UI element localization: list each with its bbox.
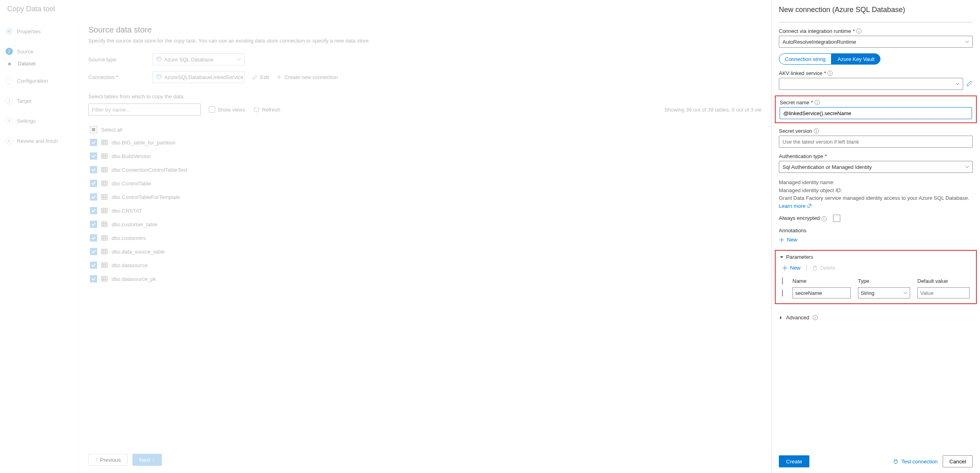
- info-icon[interactable]: i: [815, 100, 820, 105]
- table-checkbox[interactable]: [90, 234, 97, 242]
- delete-parameter-button: Delete: [812, 265, 835, 271]
- table-row[interactable]: dbo.ControlTable: [88, 177, 762, 190]
- cancel-button[interactable]: Cancel: [943, 455, 973, 467]
- always-encrypted-checkbox[interactable]: [833, 215, 840, 222]
- wizard-step-settings[interactable]: 4 Settings: [6, 115, 78, 127]
- database-icon: [156, 74, 162, 80]
- param-row-checkbox[interactable]: [782, 290, 783, 296]
- edit-akv-button[interactable]: [966, 80, 973, 88]
- svg-rect-8: [102, 222, 107, 227]
- show-views-checkbox[interactable]: Show views: [209, 106, 245, 113]
- table-name: dbo.customers: [112, 235, 146, 241]
- refresh-icon: [253, 106, 260, 113]
- table-row[interactable]: dbo.datasource_pk: [88, 272, 762, 286]
- wizard-substep-dataset[interactable]: Dataset: [6, 61, 78, 67]
- next-button[interactable]: Next: [132, 454, 162, 466]
- previous-button[interactable]: Previous: [88, 454, 128, 466]
- table-row[interactable]: dbo.customer_table: [88, 217, 762, 231]
- triangle-down-icon: [780, 255, 784, 259]
- chevron-down-icon: [237, 57, 241, 61]
- table-checkbox[interactable]: [90, 166, 97, 173]
- content-heading: Source data store: [88, 25, 762, 35]
- tab-connection-string[interactable]: Connection string: [779, 53, 831, 65]
- chevron-left-icon: [95, 458, 98, 462]
- connection-value: AzureSQLDatabaseLinkedService: [164, 74, 243, 80]
- param-name-input[interactable]: secreName: [793, 287, 851, 298]
- wizard-step-review[interactable]: 5 Review and finish: [6, 135, 78, 147]
- plus-icon: [779, 237, 784, 243]
- managed-identity-info: Managed identity name: Managed identity …: [779, 179, 973, 210]
- chevron-down-icon: [903, 291, 907, 295]
- table-row[interactable]: dbo.ControlTableForTemplate: [88, 190, 762, 204]
- table-checkbox[interactable]: [90, 221, 97, 228]
- source-type-dropdown[interactable]: Azure SQL Database: [153, 53, 245, 65]
- wizard-step-configuration[interactable]: Configuration: [6, 75, 78, 87]
- svg-rect-3: [102, 154, 107, 158]
- table-checkbox[interactable]: [90, 152, 97, 160]
- tab-azure-key-vault[interactable]: Azure Key Vault: [831, 53, 880, 65]
- refresh-button[interactable]: Refresh: [253, 106, 281, 113]
- table-checkbox[interactable]: [90, 193, 97, 201]
- connect-via-dropdown[interactable]: AutoResolveIntegrationRuntime: [779, 36, 973, 48]
- akv-dropdown[interactable]: [779, 78, 963, 90]
- table-row[interactable]: dbo.BuildVersion: [88, 149, 762, 163]
- info-icon[interactable]: i: [813, 315, 818, 320]
- wizard-step-target[interactable]: 3 Target: [6, 95, 78, 107]
- table-row[interactable]: dbo.data_source_table: [88, 245, 762, 258]
- svg-point-0: [157, 57, 161, 59]
- table-row[interactable]: dbo.customers: [88, 231, 762, 245]
- param-default-input[interactable]: [917, 287, 970, 298]
- info-icon[interactable]: i: [827, 71, 833, 76]
- filter-input[interactable]: [88, 104, 201, 116]
- new-parameter-button[interactable]: New: [782, 263, 801, 272]
- table-row[interactable]: dbo.BIG_table_for_partition: [88, 136, 762, 149]
- wizard-label: Configuration: [17, 78, 48, 84]
- chevron-right-icon: [152, 458, 155, 462]
- secret-version-label: Secret version i: [779, 128, 973, 134]
- check-icon: [7, 29, 11, 33]
- svg-rect-10: [102, 249, 107, 254]
- edit-connection-button[interactable]: Edit: [252, 74, 269, 80]
- create-button[interactable]: Create: [779, 455, 809, 467]
- table-icon: [101, 166, 108, 173]
- table-checkbox[interactable]: [90, 248, 97, 255]
- source-type-label: Source type: [88, 57, 153, 63]
- table-checkbox[interactable]: [90, 262, 97, 269]
- table-icon: [101, 180, 108, 187]
- pencil-icon: [966, 80, 973, 87]
- wizard-step-source[interactable]: 2 Source: [6, 45, 78, 57]
- table-checkbox[interactable]: [90, 207, 97, 214]
- info-icon[interactable]: i: [814, 128, 819, 134]
- auth-type-dropdown[interactable]: Sql Authentication or Managed Identity: [779, 161, 973, 173]
- param-select-all[interactable]: [782, 278, 783, 284]
- test-connection-button[interactable]: Test connection: [892, 458, 937, 465]
- info-icon[interactable]: i: [821, 216, 827, 221]
- select-all-checkbox[interactable]: Select all: [88, 124, 762, 136]
- connection-dropdown[interactable]: AzureSQLDatabaseLinkedService: [153, 71, 245, 83]
- secret-name-input[interactable]: [780, 107, 972, 119]
- create-connection-button[interactable]: Create new connection: [276, 74, 338, 80]
- table-row[interactable]: dbo.ConnectionControlTableTest: [88, 163, 762, 177]
- wizard-label: Target: [17, 98, 31, 104]
- learn-more-link[interactable]: Learn more: [779, 202, 812, 210]
- table-checkbox[interactable]: [90, 180, 97, 187]
- info-icon[interactable]: i: [856, 28, 862, 34]
- connect-via-label: Connect via integration runtime * i: [779, 28, 973, 34]
- parameters-header[interactable]: Parameters: [780, 254, 972, 260]
- table-name: dbo.CRSTAT: [112, 208, 142, 214]
- advanced-toggle[interactable]: Advanced i: [779, 315, 973, 321]
- table-checkbox[interactable]: [90, 275, 97, 282]
- new-annotation-button[interactable]: New: [779, 235, 973, 244]
- table-row[interactable]: dbo.datasource: [88, 258, 762, 272]
- col-name-header: Name: [793, 278, 851, 284]
- table-row[interactable]: dbo.CRSTAT: [88, 204, 762, 217]
- table-name: dbo.ControlTable: [112, 181, 151, 187]
- table-icon: [101, 248, 108, 255]
- table-checkbox[interactable]: [90, 139, 97, 146]
- svg-rect-11: [102, 263, 107, 268]
- param-type-dropdown[interactable]: String: [858, 287, 910, 298]
- table-icon: [101, 276, 108, 282]
- secret-version-input[interactable]: [779, 136, 973, 148]
- wizard-step-properties[interactable]: Properties: [6, 25, 78, 37]
- svg-rect-2: [102, 140, 107, 145]
